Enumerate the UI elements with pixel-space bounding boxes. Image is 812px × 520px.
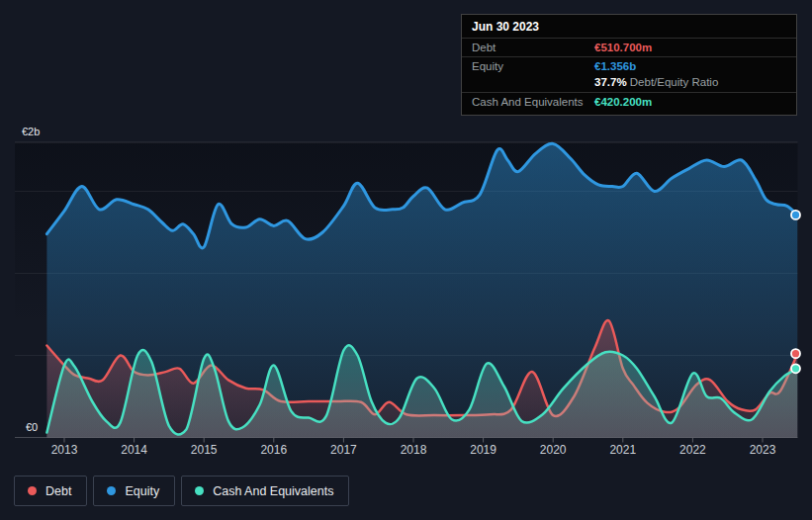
cash-series-dot-icon: [195, 486, 204, 495]
chart-legend: Debt Equity Cash And Equivalents: [14, 476, 349, 506]
x-axis-label-2016: 2016: [260, 443, 287, 457]
tooltip-debt-label: Debt: [472, 42, 594, 53]
equity-latest-point[interactable]: [791, 211, 800, 219]
legend-item-equity[interactable]: Equity: [93, 476, 175, 506]
tooltip-cash-value: €420.200m: [594, 96, 652, 108]
equity-series-dot-icon: [107, 486, 116, 495]
debt-equity-history-panel: 2013201420152016201720182019202020212022…: [0, 0, 812, 520]
tooltip-date: Jun 30 2023: [462, 15, 796, 39]
y-axis-zero-label: €0: [26, 421, 38, 433]
tooltip-equity-label: Equity: [472, 60, 594, 72]
tooltip-row-cash: Cash And Equivalents €420.200m: [462, 93, 796, 111]
tooltip-row-debt: Debt €510.700m: [462, 39, 796, 57]
tooltip-debt-equity-ratio: 37.7% Debt/Equity Ratio: [462, 75, 796, 92]
legend-equity-label: Equity: [125, 484, 159, 498]
tooltip-equity-value: €1.356b: [594, 60, 636, 72]
legend-debt-label: Debt: [45, 484, 71, 498]
x-axis-label-2017: 2017: [330, 443, 357, 457]
y-axis-max-label: €2b: [22, 126, 40, 137]
x-axis-label-2022: 2022: [679, 443, 706, 457]
x-axis-label-2015: 2015: [191, 443, 218, 457]
x-axis-label-2021: 2021: [609, 443, 636, 457]
x-axis-label-2019: 2019: [470, 443, 496, 457]
debt-series-dot-icon: [28, 486, 37, 495]
ratio-label: Debt/Equity Ratio: [630, 76, 719, 88]
debt-latest-point[interactable]: [791, 349, 800, 358]
legend-item-debt[interactable]: Debt: [14, 476, 87, 506]
x-axis-label-2018: 2018: [401, 443, 427, 457]
tooltip-debt-value: €510.700m: [594, 42, 652, 53]
x-axis-label-2014: 2014: [121, 443, 147, 457]
tooltip-row-equity: Equity €1.356b: [462, 57, 796, 75]
legend-item-cash[interactable]: Cash And Equivalents: [181, 476, 349, 506]
legend-cash-label: Cash And Equivalents: [213, 484, 333, 498]
cash-and-equivalents-latest-point[interactable]: [791, 364, 800, 373]
x-axis-label-2020: 2020: [540, 443, 567, 457]
x-axis-label-2023: 2023: [750, 443, 776, 457]
x-axis-label-2013: 2013: [51, 443, 78, 457]
ratio-percent: 37.7%: [594, 76, 627, 88]
chart-tooltip: Jun 30 2023 Debt €510.700m Equity €1.356…: [461, 14, 797, 116]
tooltip-equity-block: Equity €1.356b 37.7% Debt/Equity Ratio: [462, 57, 796, 93]
tooltip-cash-label: Cash And Equivalents: [472, 96, 594, 108]
